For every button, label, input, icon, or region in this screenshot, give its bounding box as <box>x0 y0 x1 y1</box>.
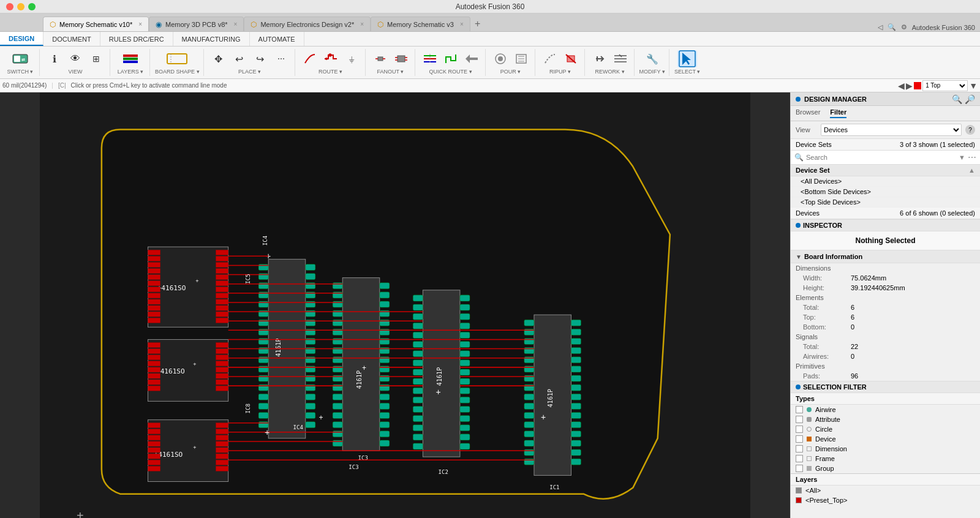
svg-rect-194 <box>413 388 423 394</box>
dimension-checkbox[interactable] <box>796 445 803 452</box>
type-item-frame[interactable]: Frame <box>791 454 980 464</box>
ripup-btn2[interactable] <box>561 50 581 67</box>
view-info-button[interactable]: ℹ <box>45 50 64 67</box>
type-item-dimension[interactable]: Dimension <box>791 444 980 454</box>
toolbar-tab-document[interactable]: DOCUMENT <box>43 32 100 46</box>
svg-rect-185 <box>413 304 423 310</box>
svg-rect-175 <box>380 413 390 419</box>
layer-item-all[interactable]: <All> <box>791 486 980 495</box>
board-info-table: Dimensions Width: 75.0624mm Height: 39.1… <box>791 263 980 381</box>
tab-memory-3dpcb[interactable]: ◉ Memory 3D PCB v8* × <box>149 17 244 31</box>
view-help-button[interactable]: ? <box>965 125 975 135</box>
select-btn[interactable] <box>677 50 697 67</box>
rework-btn1[interactable] <box>590 50 609 67</box>
layer-all-label: <All> <box>805 487 821 494</box>
switch-button[interactable]: ⇄ <box>5 50 36 67</box>
place-redo-button[interactable]: ↪ <box>251 50 270 67</box>
circle-checkbox[interactable] <box>796 426 803 433</box>
layers-button[interactable] <box>115 50 146 67</box>
panel-tab-browser[interactable]: Browser <box>796 108 820 118</box>
device-set-item-1[interactable]: <Bottom Side Devices> <box>791 187 980 197</box>
minimize-button[interactable] <box>17 3 24 10</box>
tab-close-2[interactable]: × <box>360 21 364 28</box>
device-set-item-2[interactable]: <Top Side Devices> <box>791 197 980 208</box>
svg-rect-188 <box>413 332 423 338</box>
place-undo-button[interactable]: ↩ <box>230 50 249 67</box>
toolbar-tab-manufacturing[interactable]: MANUFACTURING <box>173 32 250 46</box>
svg-rect-212 <box>460 397 470 403</box>
board-info-arrow: ▼ <box>796 253 802 260</box>
cmd-coords: 60 mil(2041294) <box>2 82 47 89</box>
quickroute-btn1[interactable] <box>420 50 440 67</box>
modify-btn[interactable]: 🔧 <box>643 50 662 67</box>
cmd-right-arrow[interactable]: ▶ <box>906 81 913 91</box>
group-checkbox[interactable] <box>796 465 803 472</box>
svg-rect-5 <box>123 61 138 63</box>
type-item-attribute[interactable]: Attribute <box>791 415 980 424</box>
svg-rect-211 <box>460 388 470 394</box>
tab-settings-button[interactable]: ⚙ <box>901 23 907 31</box>
tab-close-1[interactable]: × <box>234 21 238 28</box>
pour-btn2[interactable] <box>511 50 531 67</box>
tab-memory-schematic-v3[interactable]: ⬡ Memory Schematic v3 × <box>371 17 470 31</box>
view-grid-button[interactable]: ⊞ <box>86 50 106 67</box>
type-item-group[interactable]: Group <box>791 464 980 473</box>
tab-close-3[interactable]: × <box>460 21 464 28</box>
toolbar-group-select: SELECT ▾ <box>671 49 704 76</box>
svg-rect-51 <box>216 256 228 261</box>
type-item-airwire[interactable]: Airwire <box>791 405 980 415</box>
svg-rect-192 <box>413 369 423 375</box>
cmd-pipe: | <box>51 82 53 89</box>
canvas-area[interactable]: +4161SO + <box>0 92 790 518</box>
search-dropdown-button[interactable]: ▼ <box>959 154 965 161</box>
search-more-button[interactable]: ⋯ <box>968 152 976 162</box>
type-item-circle[interactable]: Circle <box>791 424 980 434</box>
device-set-scroll-btn[interactable]: ▲ <box>968 167 975 174</box>
place-move-button[interactable]: ✥ <box>209 50 228 67</box>
tab-memory-electronics[interactable]: ⬡ Memory Electronics Design v2* × <box>244 17 371 31</box>
panel-tab-filter[interactable]: Filter <box>830 108 846 118</box>
tab-prev-button[interactable]: ◁ <box>878 23 883 31</box>
quickroute-btn2[interactable] <box>441 50 461 67</box>
rework-btn2[interactable] <box>611 50 630 67</box>
quickroute-btn3[interactable] <box>462 50 481 67</box>
tab-close-0[interactable]: × <box>138 21 142 28</box>
bi-airwires-value: 0 <box>846 351 980 361</box>
maximize-button[interactable] <box>28 3 36 10</box>
place-more-button[interactable]: ⋯ <box>271 50 291 67</box>
view-select[interactable]: Devices Nets Layers Parts <box>821 124 962 136</box>
tab-memory-schematic-v10[interactable]: ⬡ Memory Schematic v10* × <box>43 17 149 31</box>
cmd-input[interactable]: Click or press Cmd+L key to activate com… <box>70 82 893 89</box>
layer-item-preset-top[interactable]: <Preset_Top> <box>791 495 980 505</box>
panel-zoom-button[interactable]: 🔍 <box>952 94 962 104</box>
toolbar-tab-rules[interactable]: RULES DRC/ERC <box>100 32 173 46</box>
layer-preset-top-label: <Preset_Top> <box>805 497 848 504</box>
attribute-checkbox[interactable] <box>796 416 803 423</box>
board-info-header[interactable]: ▼ Board Information <box>791 250 980 263</box>
pour-btn1[interactable] <box>491 50 510 67</box>
boardshape-button[interactable] <box>162 50 192 67</box>
ripup-btn1[interactable] <box>540 50 560 67</box>
view-eye-button[interactable]: 👁 <box>66 50 85 67</box>
frame-checkbox[interactable] <box>796 455 803 462</box>
fanout-btn2[interactable] <box>391 50 411 67</box>
airwire-checkbox[interactable] <box>796 406 803 413</box>
toolbar-tab-design[interactable]: DESIGN <box>0 32 43 46</box>
bi-signals-label: Signals <box>791 332 846 342</box>
type-item-device[interactable]: Device <box>791 434 980 444</box>
close-button[interactable] <box>6 3 13 10</box>
route-btn2[interactable] <box>321 50 341 67</box>
cmd-left-arrow[interactable]: ◀ <box>898 81 905 91</box>
fanout-btn1[interactable] <box>371 50 390 67</box>
route-btn1[interactable] <box>300 50 320 67</box>
layer-dropdown[interactable]: 1 Top 2 Route2 15 Route15 16 Bottom <box>922 80 968 91</box>
tab-search-button[interactable]: 🔍 <box>888 23 896 31</box>
search-input[interactable] <box>806 154 956 161</box>
route-btn3[interactable]: ⏚ <box>342 50 361 67</box>
device-set-item-0[interactable]: <All Devices> <box>791 176 980 187</box>
toolbar-tab-automate[interactable]: AUTOMATE <box>250 32 304 46</box>
device-checkbox[interactable] <box>796 435 803 443</box>
panel-search-button[interactable]: 🔎 <box>965 94 975 104</box>
cmd-down-arrow[interactable]: ▼ <box>969 81 978 91</box>
tab-add-button[interactable]: + <box>470 17 485 31</box>
